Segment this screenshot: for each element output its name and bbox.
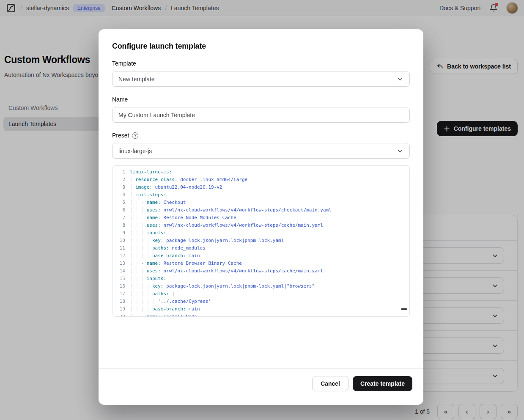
code-line: 5│ │ - name: Checkout: [112, 199, 409, 206]
template-select-value: New template: [118, 76, 397, 82]
template-field-label: Template: [112, 60, 410, 67]
preset-select-value: linux-large-js: [118, 148, 397, 154]
code-line: 12│ │ │ │ base-branch: main: [112, 252, 409, 260]
code-line: 14│ │ │ uses: nrwl/nx-cloud-workflows/v4…: [112, 267, 409, 275]
preset-label-text: Preset: [112, 132, 129, 139]
chevron-down-icon: [397, 148, 403, 154]
template-select[interactable]: New template: [112, 71, 410, 87]
code-line: 16│ │ │ │ key: package-lock.json|yarn.lo…: [112, 283, 409, 290]
code-line: 17│ │ │ │ paths: |: [112, 290, 409, 298]
code-line: 10│ │ │ │ key: package-lock.json|yarn.lo…: [112, 237, 409, 244]
code-line: 15│ │ │ inputs:: [112, 275, 409, 283]
code-line: 2│ resource-class: docker_linux_amd64/la…: [112, 176, 409, 184]
yaml-code-editor[interactable]: 1linux-large-js:2│ resource-class: docke…: [112, 165, 410, 317]
preset-select[interactable]: linux-large-js: [112, 143, 410, 159]
code-line: 9│ │ │ inputs:: [112, 229, 409, 237]
editor-scrollbar-thumb[interactable]: [401, 308, 407, 310]
editor-scroll-track: [399, 166, 399, 316]
configure-launch-template-modal: Configure launch template Template New t…: [99, 29, 423, 405]
code-lines: 1linux-large-js:2│ resource-class: docke…: [112, 168, 409, 317]
code-line: 8│ │ │ uses: nrwl/nx-cloud-workflows/v4/…: [112, 222, 409, 229]
code-line: 6│ │ │ uses: nrwl/nx-cloud-workflows/v4/…: [112, 206, 409, 214]
name-field-label: Name: [112, 96, 410, 103]
code-line: 3│ image: ubuntu22.04-node20.19-v2: [112, 184, 409, 191]
create-template-button[interactable]: Create template: [353, 376, 412, 391]
code-line: 19│ │ │ │ base-branch: main: [112, 305, 409, 313]
code-line: 20│ │ - name: Install Node: [112, 313, 409, 317]
modal-title: Configure launch template: [112, 42, 410, 51]
name-input[interactable]: My Custom Launch Template: [112, 107, 410, 123]
chevron-down-icon: [397, 76, 403, 82]
code-line: 4│ init-steps:: [112, 191, 409, 199]
cancel-button[interactable]: Cancel: [312, 376, 348, 391]
code-line: 7│ │ - name: Restore Node Modules Cache: [112, 214, 409, 222]
modal-footer: Cancel Create template: [99, 368, 423, 405]
code-line: 1linux-large-js:: [112, 168, 409, 176]
code-line: 13│ │ - name: Restore Browser Binary Cac…: [112, 260, 409, 267]
name-input-value: My Custom Launch Template: [118, 112, 195, 118]
preset-field-label: Preset ?: [112, 132, 410, 139]
code-line: 11│ │ │ │ paths: node_modules: [112, 244, 409, 252]
code-line: 18│ │ │ │ │ '../.cache/Cypress': [112, 298, 409, 305]
help-icon[interactable]: ?: [132, 132, 138, 139]
